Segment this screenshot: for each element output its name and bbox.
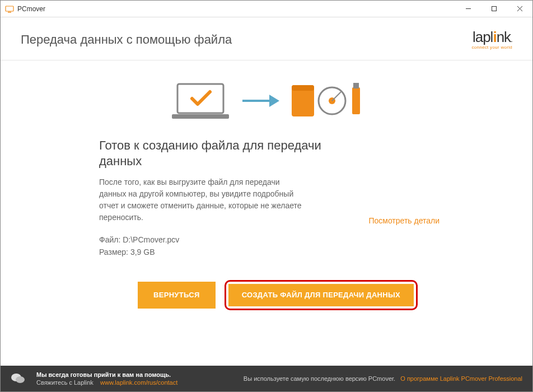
- svg-rect-3: [492, 7, 496, 11]
- titlebar: PCmover: [1, 1, 532, 17]
- contact-link[interactable]: www.laplink.com/rus/contact: [100, 379, 177, 386]
- app-icon: [5, 4, 14, 13]
- svg-rect-0: [6, 6, 13, 11]
- create-file-button[interactable]: СОЗДАТЬ ФАЙЛ ДЛЯ ПЕРЕДАЧИ ДАННЫХ: [228, 284, 414, 306]
- window-controls: [455, 1, 532, 17]
- header: Передача данных с помощью файла laplink.…: [1, 17, 532, 60]
- file-line: Файл: D:\PCmover.pcv: [99, 234, 346, 246]
- maximize-button[interactable]: [481, 1, 507, 17]
- help-text: Мы всегда готовы прийти к вам на помощь.: [36, 371, 177, 379]
- about-link[interactable]: О программе Laplink PCmover Professional: [400, 375, 522, 382]
- create-button-highlight: СОЗДАТЬ ФАЙЛ ДЛЯ ПЕРЕДАЧИ ДАННЫХ: [225, 280, 418, 310]
- app-title: PCmover: [17, 5, 45, 13]
- footer: Мы всегда готовы прийти к вам на помощь.…: [1, 366, 532, 391]
- laptop-icon: [170, 81, 231, 121]
- svg-point-16: [16, 376, 25, 383]
- version-text: Вы используете самую последнюю версию PC…: [244, 375, 395, 382]
- laplink-logo: laplink. connect your world: [471, 30, 512, 50]
- chat-icon: [11, 372, 25, 385]
- svg-rect-14: [353, 83, 359, 88]
- svg-rect-10: [292, 85, 314, 91]
- content: Готов к созданию файла для передачи данн…: [1, 60, 532, 366]
- svg-rect-1: [8, 12, 11, 13]
- arrow-icon: [241, 92, 280, 109]
- size-line: Размер: 3,9 GB: [99, 246, 346, 258]
- description-text: После того, как вы выгрузите файл для пе…: [99, 176, 306, 223]
- transfer-illustration: [21, 81, 512, 121]
- close-button[interactable]: [507, 1, 532, 17]
- button-row: ВЕРНУТЬСЯ СОЗДАТЬ ФАЙЛ ДЛЯ ПЕРЕДАЧИ ДАНН…: [21, 280, 512, 310]
- svg-rect-6: [177, 84, 223, 113]
- back-button[interactable]: ВЕРНУТЬСЯ: [138, 282, 216, 309]
- ready-heading: Готов к созданию файла для передачи данн…: [99, 138, 346, 169]
- minimize-button[interactable]: [455, 1, 481, 17]
- svg-rect-13: [352, 87, 360, 114]
- svg-rect-7: [172, 114, 229, 119]
- page-title: Передача данных с помощью файла: [21, 32, 232, 47]
- view-details-link[interactable]: Посмотреть детали: [368, 216, 440, 225]
- storage-icons: [291, 81, 363, 121]
